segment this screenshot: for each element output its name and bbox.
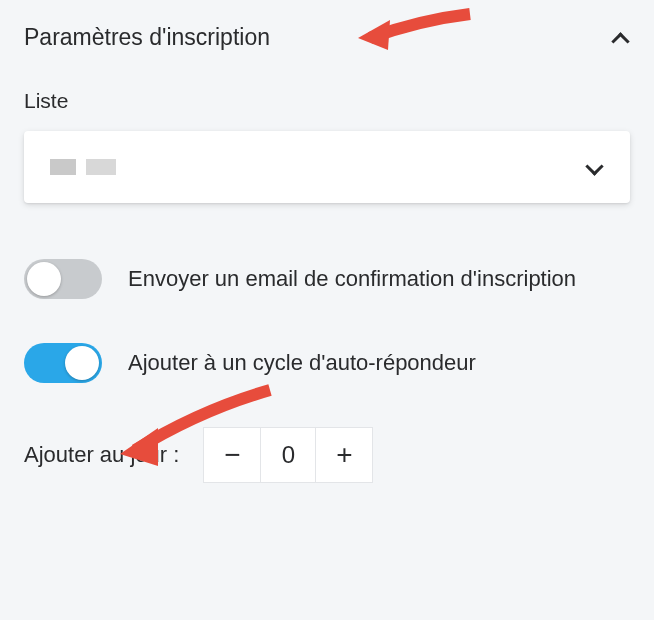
stepper-row: Ajouter au jour : − 0 + bbox=[24, 427, 630, 483]
section-title: Paramètres d'inscription bbox=[24, 24, 270, 51]
chevron-up-icon[interactable] bbox=[612, 29, 630, 47]
toggle-autoresponder-label: Ajouter à un cycle d'auto-répondeur bbox=[128, 349, 476, 378]
redacted-block bbox=[86, 159, 116, 175]
toggle-knob bbox=[27, 262, 61, 296]
chevron-down-icon[interactable] bbox=[586, 158, 604, 176]
toggle-row-autoresponder: Ajouter à un cycle d'auto-répondeur bbox=[24, 343, 630, 383]
toggle-autoresponder[interactable] bbox=[24, 343, 102, 383]
stepper-increment-button[interactable]: + bbox=[316, 428, 372, 482]
toggle-knob bbox=[65, 346, 99, 380]
toggle-confirm-email[interactable] bbox=[24, 259, 102, 299]
redacted-block bbox=[50, 159, 76, 175]
list-label: Liste bbox=[24, 89, 630, 113]
list-dropdown[interactable] bbox=[24, 131, 630, 203]
list-dropdown-value bbox=[50, 159, 116, 175]
stepper-decrement-button[interactable]: − bbox=[204, 428, 260, 482]
stepper-label: Ajouter au jour : bbox=[24, 442, 179, 468]
day-stepper: − 0 + bbox=[203, 427, 373, 483]
toggle-row-confirm-email: Envoyer un email de confirmation d'inscr… bbox=[24, 259, 630, 299]
section-header[interactable]: Paramètres d'inscription bbox=[24, 24, 630, 51]
toggle-confirm-email-label: Envoyer un email de confirmation d'inscr… bbox=[128, 265, 576, 294]
stepper-value: 0 bbox=[260, 428, 316, 482]
